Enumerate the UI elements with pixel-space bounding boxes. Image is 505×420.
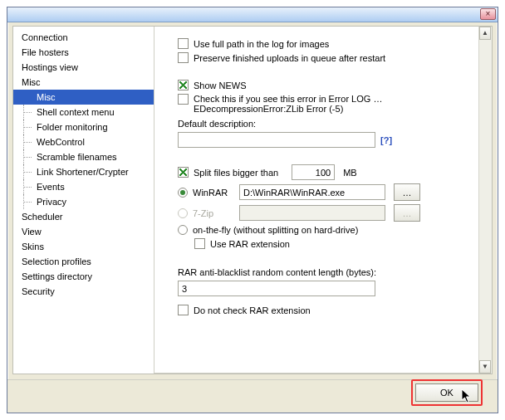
tree-item-settings-directory[interactable]: Settings directory [13,269,154,284]
input-7zip-path [239,205,385,221]
label-split-files: Split files bigger than [194,168,278,178]
help-default-description[interactable]: [?] [380,135,392,145]
checkbox-preserve-queue[interactable] [178,52,189,63]
tree-item-skins[interactable]: Skins [13,239,154,254]
titlebar: × [7,7,498,22]
dialog-footer: OK [7,379,498,413]
tree-item-folder-monitoring[interactable]: Folder monitoring [13,120,154,134]
label-show-news: Show NEWS [194,81,247,90]
label-winrar: WinRAR [193,188,234,198]
checkbox-use-rar-ext[interactable] [194,238,205,249]
tree-item-view[interactable]: View [13,224,154,239]
tree-item-privacy[interactable]: Privacy [13,194,154,209]
label-zlib-error-line2: EDecompressionError:ZLib Error (-5) [194,104,343,114]
browse-7zip-button: … [394,204,420,222]
tree-item-file-hosters[interactable]: File hosters [13,45,154,60]
label-use-rar-ext: Use RAR extension [210,239,290,249]
label-on-the-fly: on-the-fly (without splitting on hard-dr… [193,225,358,235]
tree-item-scheduler[interactable]: Scheduler [13,209,154,224]
tree-item-connection[interactable]: Connection [13,30,154,45]
checkbox-show-news[interactable] [178,80,189,90]
settings-window: × Connection File hosters Hostings view … [7,7,498,413]
checkbox-split-files[interactable] [178,167,189,178]
label-preserve-queue: Preserve finished uploads in queue after… [194,53,385,63]
ok-button[interactable]: OK [415,383,478,402]
scroll-up-icon[interactable]: ▲ [479,27,491,40]
tree-item-scramble-filenames[interactable]: Scramble filenames [13,149,154,164]
label-zlib-error: Check this if you see this error in Erro… [194,94,382,114]
dialog-body: Connection File hosters Hostings view Mi… [12,26,493,374]
ok-highlight: OK [411,379,483,406]
tree-item-security[interactable]: Security [13,284,154,299]
settings-panel: ▲ ▼ Use full path in the log for images … [154,27,492,374]
tree-item-events[interactable]: Events [13,179,154,194]
label-default-description: Default description: [178,119,472,129]
browse-winrar-button[interactable]: … [394,183,420,201]
input-anti-blacklist[interactable] [178,281,375,296]
radio-on-the-fly[interactable] [178,225,188,235]
input-default-description[interactable] [178,132,375,148]
checkbox-no-check-rar[interactable] [178,305,189,315]
label-split-unit: MB [343,168,357,178]
radio-7zip [178,208,188,218]
tree-item-webcontrol[interactable]: WebControl [13,134,154,149]
category-tree: Connection File hosters Hostings view Mi… [13,27,154,374]
label-no-check-rar: Do not check RAR extension [194,305,311,315]
label-zlib-error-line1: Check this if you see this error in Erro… [194,94,382,104]
label-anti-blacklist: RAR anti-blacklist random content length… [178,267,472,277]
close-icon[interactable]: × [480,8,496,20]
checkbox-use-full-path[interactable] [178,38,189,49]
tree-item-link-shortener[interactable]: Link Shortener/Crypter [13,164,154,179]
tree-item-selection-profiles[interactable]: Selection profiles [13,254,154,269]
scroll-down-icon[interactable]: ▼ [479,360,491,374]
tree-item-shell-context-menu[interactable]: Shell context menu [13,105,154,120]
tree-item-hostings-view[interactable]: Hostings view [13,60,154,75]
input-split-size[interactable] [292,164,335,180]
input-winrar-path[interactable] [239,184,385,200]
label-7zip: 7-Zip [193,208,234,218]
checkbox-zlib-error[interactable] [178,94,189,105]
scrollbar[interactable]: ▲ ▼ [478,27,492,374]
tree-item-misc[interactable]: Misc [13,75,154,90]
label-use-full-path: Use full path in the log for images [194,39,329,49]
tree-item-misc-misc[interactable]: Misc [13,90,154,105]
radio-winrar[interactable] [178,188,188,198]
